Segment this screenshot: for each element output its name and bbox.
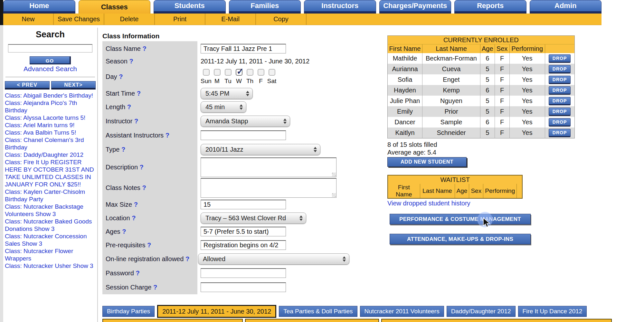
help-icon[interactable]: ? [122,228,126,235]
performance-costume-button[interactable]: PERFORMANCE & COSTUME MANAGEMENT [390,214,531,224]
help-icon[interactable]: ? [132,214,136,222]
help-icon[interactable]: ? [134,118,138,125]
bottom-tab-daddy-daughter-2012[interactable]: Daddy/Daughter 2012 [447,306,516,317]
sidebar-class-link[interactable]: Class: Fire It Up REGISTER HERE BY OCTOB… [5,158,96,188]
drop-button[interactable]: DROP [549,86,571,95]
sidebar-class-link[interactable]: Class: Nutcracker Usher Show 3 [5,262,96,270]
sidebar-class-link[interactable]: Class: Nutcracker Flower Wrappers [5,247,96,262]
sidebar-class-link[interactable]: Class: Chanel Coleman's 3rd Birthday [5,136,96,151]
student-first-name-link[interactable]: Emily [388,106,422,117]
drop-button[interactable]: DROP [549,129,571,137]
class-name-input[interactable] [201,44,286,53]
help-icon[interactable]: ? [129,58,133,65]
bottom-partial-tab[interactable] [381,319,612,322]
bottom-tab-fire-it-up-dance-2012[interactable]: Fire It Up Dance 2012 [518,306,587,317]
next-button[interactable]: NEXT> [51,81,96,90]
length-select[interactable]: 45 min [201,101,246,113]
sidebar-class-link[interactable]: Class: Ava Balbin Turns 5! [5,129,96,136]
help-icon[interactable]: ? [166,132,169,139]
class-notes-textarea[interactable] [201,178,336,198]
day-checkbox-th[interactable] [247,69,253,76]
drop-button[interactable]: DROP [549,76,571,84]
online-registration-select[interactable]: Allowed [198,253,349,265]
day-checkbox-sun[interactable] [203,69,210,76]
add-new-student-button[interactable]: ADD NEW STUDENT [387,157,467,167]
sidebar-class-link[interactable]: Class: Ariel Marin turns 9! [5,121,96,129]
prerequisites-input[interactable] [201,240,286,250]
prev-button[interactable]: < PREV [5,81,50,90]
drop-button[interactable]: DROP [549,97,571,105]
help-icon[interactable]: ? [134,201,138,208]
help-icon[interactable]: ? [142,45,146,52]
student-first-name-link[interactable]: Sofia [388,74,422,85]
day-checkbox-w[interactable] [236,69,242,76]
drop-button[interactable]: DROP [549,65,571,73]
help-icon[interactable]: ? [147,242,151,249]
attendance-makeups-button[interactable]: ATTENDANCE, MAKE-UPS & DROP-INS [390,234,531,244]
student-first-name-link[interactable]: Kaitlyn [388,128,422,138]
max-size-input[interactable] [201,200,286,209]
toolbar-copy[interactable]: Copy [256,14,307,25]
bottom-tab-tea-parties-doll-parties[interactable]: Tea Parties & Doll Parties [279,306,357,317]
student-first-name-link[interactable]: Hayden [388,85,422,96]
bottom-tab-birthday-parties[interactable]: Birthday Parties [102,306,155,317]
drop-button[interactable]: DROP [549,108,571,116]
description-textarea[interactable] [201,157,336,177]
search-input[interactable] [8,44,92,52]
toolbar-delete[interactable]: Delete [104,14,155,25]
nav-tab-families[interactable]: Families [229,0,301,14]
sidebar-class-link[interactable]: Class: Nutcracker Backstage Volunteers S… [5,203,96,218]
drop-button[interactable]: DROP [549,54,571,63]
location-select[interactable]: Tracy – 563 West Clover Rd [201,213,306,224]
nav-tab-reports[interactable]: Reports [454,0,526,14]
toolbar-new[interactable]: New [3,14,54,25]
sidebar-class-link[interactable]: Class: Daddy/Daughter 2012 [5,151,96,158]
student-first-name-link[interactable]: Julie Phan [388,96,422,106]
ages-input[interactable] [201,227,286,236]
toolbar-e-mail[interactable]: E-Mail [205,14,256,25]
student-first-name-link[interactable]: Mathilde [388,53,422,64]
bottom-partial-tab[interactable] [245,319,379,322]
sidebar-class-link[interactable]: Class: Nutcracker Baked Goods Donations … [5,218,96,232]
bottom-tab-nutcracker-2011-volunteers[interactable]: Nutcracker 2011 Volunteers [360,306,444,317]
sidebar-class-link[interactable]: Class: Nutcracker Concession Sales Show … [5,232,96,247]
instructor-select[interactable]: Amanda Stapp [201,116,290,127]
sidebar-class-link[interactable]: Class: Alejandra Pico's 7th Birthday [5,99,96,114]
day-checkbox-tu[interactable] [225,69,232,76]
help-icon[interactable]: ? [127,103,131,110]
bottom-partial-tab[interactable] [102,319,243,322]
help-icon[interactable]: ? [185,255,189,262]
toolbar-print[interactable]: Print [155,14,205,25]
nav-tab-admin[interactable]: Admin [530,0,602,14]
day-checkbox-sat[interactable] [269,69,275,76]
nav-tab-instructors[interactable]: Instructors [304,0,376,14]
help-icon[interactable]: ? [137,90,141,97]
day-checkbox-m[interactable] [214,69,221,76]
student-first-name-link[interactable]: Dancer [388,117,422,128]
view-dropped-history-link[interactable]: View dropped student history [387,200,470,207]
nav-tab-classes[interactable]: Classes [79,0,151,14]
drop-button[interactable]: DROP [549,118,571,127]
help-icon[interactable]: ? [140,164,144,171]
sidebar-class-link[interactable]: Class: Alyssa Lacorte turns 5! [5,114,96,121]
nav-tab-students[interactable]: Students [154,0,226,14]
help-icon[interactable]: ? [142,184,146,191]
sidebar-class-link[interactable]: Class: Abigail Bender's Birthday! [5,92,96,99]
nav-tab-home[interactable]: Home [3,0,75,14]
session-charge-input[interactable] [201,282,286,292]
help-icon[interactable]: ? [121,146,125,153]
help-icon[interactable]: ? [136,270,139,277]
day-checkbox-f[interactable] [258,69,264,76]
assistant-instructors-input[interactable] [201,130,286,140]
nav-tab-charges-payments[interactable]: Charges/Payments [379,0,451,14]
student-first-name-link[interactable]: Aurianna [388,64,422,74]
toolbar-save-changes[interactable]: Save Changes [54,14,104,25]
advanced-search-link[interactable]: Advanced Search [5,65,96,73]
password-input[interactable] [201,268,286,278]
help-icon[interactable]: ? [119,73,123,80]
type-select[interactable]: 2010/11 Jazz [201,144,320,155]
bottom-tab-2011-12-july-11-2011-june-30-2012[interactable]: 2011-12 July 11, 2011 - June 30, 2012 [157,305,276,318]
go-button[interactable]: GO [30,56,71,64]
sidebar-class-link[interactable]: Class: Kaylen Carter-Chisolm Birthday Pa… [5,188,96,203]
help-icon[interactable]: ? [153,284,157,291]
